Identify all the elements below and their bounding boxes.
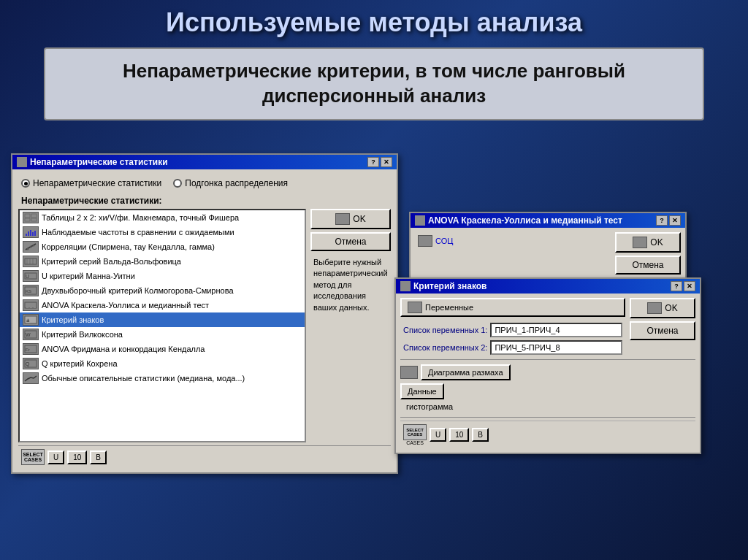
znakov-help-button[interactable]: ? xyxy=(671,281,682,291)
znakov-titlebar-controls: ? ✕ xyxy=(671,281,695,291)
diagram-icon xyxy=(400,366,418,379)
list-item-4[interactable]: U U критерий Манна-Уитни xyxy=(20,269,305,283)
data-button[interactable]: Данные xyxy=(400,383,444,399)
list-item-0[interactable]: Таблицы 2 x 2: хи/V/фи. Макнемара, точны… xyxy=(20,210,305,225)
list-label-2: Корреляции (Спирмена, тау Кендалла, гамм… xyxy=(42,242,215,251)
znakov-u-button[interactable]: U xyxy=(430,428,446,442)
var-list1-row: Список переменных 1: ПРИЧ_1-ПРИЧ_4 xyxy=(400,321,625,339)
cancel-button[interactable]: Отмена xyxy=(310,232,391,251)
list-item-6[interactable]: ANOVA Краскела-Уоллиса и медианный тест xyxy=(20,298,305,312)
variables-button[interactable]: Переменные xyxy=(400,298,625,317)
help-button[interactable]: ? xyxy=(367,157,379,167)
anova-close-button[interactable]: ✕ xyxy=(669,215,681,226)
list-icon-7: ± xyxy=(23,314,39,326)
toolbar-10-button[interactable]: 10 xyxy=(67,450,87,464)
main-dialog-title: Непараметрические статистики xyxy=(30,157,168,167)
variables-icon xyxy=(408,302,422,313)
toolbar-u-button[interactable]: U xyxy=(47,450,64,464)
list-item-1[interactable]: Наблюдаемые частоты в сравнении с ожидае… xyxy=(20,225,305,239)
znakov-dialog-title: Критерий знаков xyxy=(413,281,486,291)
list-icon-11 xyxy=(23,372,39,384)
list-item-11[interactable]: Обычные описательные статистики (медиана… xyxy=(20,371,305,386)
radio-label-2: Подгонка распределения xyxy=(185,178,288,188)
section-label: Непараметрические статистики: xyxy=(18,194,391,209)
svg-rect-3 xyxy=(31,218,37,221)
var-list1-label: Список переменных 1: xyxy=(403,326,487,334)
anova-left: СОЦ xyxy=(415,232,611,275)
toolbar-u-label: U xyxy=(53,453,58,461)
ok-icon xyxy=(335,213,350,225)
anova-dialog-icon xyxy=(415,215,425,226)
list-icon-4: U xyxy=(23,270,39,282)
znakov-10-button[interactable]: 10 xyxy=(449,428,469,442)
radio-label-1: Непараметрические статистики xyxy=(33,178,161,188)
anova-help-button[interactable]: ? xyxy=(656,215,668,226)
znakov-select-cases-box: SELECT CASES CASES xyxy=(403,424,427,445)
svg-text:KS: KS xyxy=(26,289,31,294)
list-label-3: Критерий серий Вальда-Вольфовица xyxy=(42,257,181,266)
soc-label: СОЦ xyxy=(435,237,453,245)
diagram-button[interactable]: Диаграмма размаха xyxy=(421,364,511,380)
statistics-list[interactable]: Таблицы 2 x 2: хи/V/фи. Макнемара, точны… xyxy=(18,209,306,442)
dialog-content: Непараметрические статистики Подгонка ра… xyxy=(12,169,397,472)
var-list1-value[interactable]: ПРИЧ_1-ПРИЧ_4 xyxy=(490,323,622,337)
titlebar-left: Непараметрические статистики xyxy=(17,157,168,167)
znakov-b-button[interactable]: B xyxy=(472,428,489,442)
svg-point-12 xyxy=(33,245,35,247)
znakov-content: Переменные Список переменных 1: ПРИЧ_1-П… xyxy=(396,294,700,453)
anova-right-buttons: OK Отмена xyxy=(615,232,681,275)
anova-content: СОЦ OK Отмена xyxy=(411,228,685,279)
data-label: Данные xyxy=(408,387,437,396)
subtitle-box: Непараметрические критерии, в том числе … xyxy=(44,47,704,120)
ok-button[interactable]: OK xyxy=(310,209,391,229)
radio-row: Непараметрические статистики Подгонка ра… xyxy=(18,175,391,194)
buttons-panel: OK Отмена Выберите нужный непараметричес… xyxy=(310,209,391,442)
radio-distribution[interactable]: Подгонка распределения xyxy=(173,178,288,188)
svg-text:W: W xyxy=(26,332,31,337)
cases-label: CASES xyxy=(406,440,424,445)
var-list2-row: Список переменных 2: ПРИЧ_5-ПРИЧ_8 xyxy=(400,339,625,356)
anova-ok-button[interactable]: OK xyxy=(615,232,681,253)
list-icon-5: KS xyxy=(23,285,39,296)
bottom-toolbar: SELECT CASES U 10 B xyxy=(18,445,391,467)
anova-cancel-button[interactable]: Отмена xyxy=(615,256,681,275)
toolbar-b-button[interactable]: B xyxy=(90,450,107,464)
var-list2-value[interactable]: ПРИЧ_5-ПРИЧ_8 xyxy=(490,340,622,355)
diagram-row: Диаграмма размаха xyxy=(400,363,695,382)
list-icon-1 xyxy=(23,226,39,238)
dialog-icon xyxy=(17,157,27,167)
znakov-cancel-button[interactable]: Отмена xyxy=(630,321,695,340)
znakov-titlebar: Критерий знаков ? ✕ xyxy=(396,279,700,294)
list-item-7[interactable]: ± Критерий знаков xyxy=(20,312,305,327)
znakov-close-button[interactable]: ✕ xyxy=(684,281,695,291)
znakov-titlebar-left: Критерий знаков xyxy=(400,281,486,291)
ok-label: OK xyxy=(353,214,365,224)
radio-nonparam[interactable]: Непараметрические статистики xyxy=(21,178,161,188)
list-item-2[interactable]: Корреляции (Спирмена, тау Кендалла, гамм… xyxy=(20,239,305,254)
svg-text:Q: Q xyxy=(26,361,30,367)
znakov-ok-button[interactable]: OK xyxy=(630,298,695,318)
list-item-3[interactable]: Критерий серий Вальда-Вольфовица xyxy=(20,254,305,269)
znakov-ok-icon xyxy=(647,302,662,314)
svg-text:U: U xyxy=(26,274,29,279)
svg-rect-7 xyxy=(32,232,34,236)
anova-titlebar-controls: ? ✕ xyxy=(656,215,681,226)
close-button[interactable]: ✕ xyxy=(381,157,392,167)
data-row: Данные гистограмма xyxy=(400,382,695,414)
anova-dialog: ANOVA Краскела-Уоллиса и медианный тест … xyxy=(409,212,687,280)
svg-point-11 xyxy=(30,246,32,248)
list-item-8[interactable]: W Критерий Вилкоксона xyxy=(20,327,305,342)
anova-dialog-title: ANOVA Краскела-Уоллиса и медианный тест xyxy=(428,215,622,226)
znakov-bottom-toolbar: SELECT CASES CASES U 10 B xyxy=(400,421,695,448)
soc-row: СОЦ xyxy=(415,232,611,250)
znakov-left-col: Переменные Список переменных 1: ПРИЧ_1-П… xyxy=(400,298,625,356)
list-item-10[interactable]: Q Q критерий Кохрена xyxy=(20,356,305,371)
svg-rect-2 xyxy=(25,218,30,221)
znakov-10-label: 10 xyxy=(455,431,463,439)
list-label-6: ANOVA Краскела-Уоллиса и медианный тест xyxy=(42,301,209,310)
list-item-5[interactable]: KS Двухвыборочный критерий Колмогорова-С… xyxy=(20,283,305,298)
list-label-1: Наблюдаемые частоты в сравнении с ожидае… xyxy=(42,228,234,237)
histogram-label: гистограмма xyxy=(400,402,453,411)
separator xyxy=(400,359,695,360)
list-item-9[interactable]: Fr ANOVA Фридмана и конкордация Кендалла xyxy=(20,342,305,356)
